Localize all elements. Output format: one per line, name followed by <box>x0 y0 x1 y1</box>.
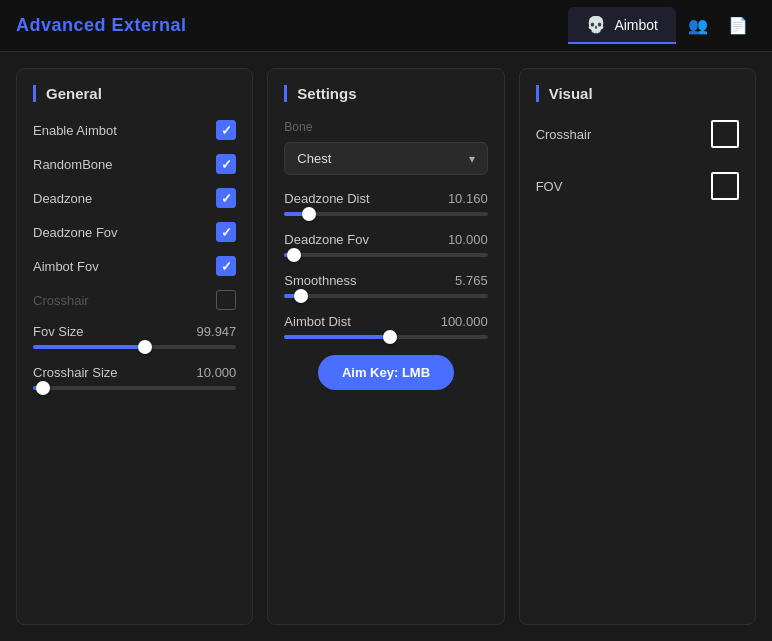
crosshair-size-value: 10.000 <box>197 365 237 380</box>
players-icon: 👥 <box>688 16 708 35</box>
aimbot-dist-thumb[interactable] <box>383 330 397 344</box>
fov-size-slider-row: Fov Size 99.947 <box>33 324 236 349</box>
general-panel: General Enable Aimbot RandomBone Deadzon… <box>16 68 253 625</box>
topbar: Advanced External 💀 Aimbot 👥 📄 <box>0 0 772 52</box>
aimbot-dist-label: Aimbot Dist <box>284 314 350 329</box>
aimbot-fov-checkbox[interactable] <box>216 256 236 276</box>
aimbot-dist-slider-row: Aimbot Dist 100.000 <box>284 314 487 339</box>
visual-crosshair-row: Crosshair <box>536 120 739 148</box>
aim-key-button[interactable]: Aim Key: LMB <box>318 355 454 390</box>
smoothness-thumb[interactable] <box>294 289 308 303</box>
crosshair-size-thumb[interactable] <box>36 381 50 395</box>
random-bone-label: RandomBone <box>33 157 113 172</box>
smoothness-slider-row: Smoothness 5.765 <box>284 273 487 298</box>
deadzone-dist-slider-row: Deadzone Dist 10.160 <box>284 191 487 216</box>
deadzone-dist-track[interactable] <box>284 212 487 216</box>
tab-aimbot[interactable]: 💀 Aimbot <box>568 7 676 44</box>
enable-aimbot-label: Enable Aimbot <box>33 123 117 138</box>
deadzone-fov-slider-row: Deadzone Fov 10.000 <box>284 232 487 257</box>
bone-dropdown[interactable]: Chest ▾ <box>284 142 487 175</box>
enable-aimbot-checkbox[interactable] <box>216 120 236 140</box>
aimbot-dist-fill <box>284 335 390 339</box>
deadzone-fov-track[interactable] <box>284 253 487 257</box>
aimbot-icon: 💀 <box>586 15 606 34</box>
deadzone-dist-label: Deadzone Dist <box>284 191 369 206</box>
app-title: Advanced External <box>16 15 187 36</box>
chevron-down-icon: ▾ <box>469 152 475 166</box>
visual-title: Visual <box>536 85 739 102</box>
visual-crosshair-label: Crosshair <box>536 127 592 142</box>
random-bone-row: RandomBone <box>33 154 236 174</box>
aimbot-fov-label: Aimbot Fov <box>33 259 99 274</box>
deadzone-fov-checkbox[interactable] <box>216 222 236 242</box>
settings-title: Settings <box>284 85 487 102</box>
tab-players[interactable]: 👥 <box>680 8 716 44</box>
bone-dropdown-value: Chest <box>297 151 331 166</box>
crosshair-checkbox[interactable] <box>216 290 236 310</box>
settings-panel: Settings Bone Chest ▾ Deadzone Dist 10.1… <box>267 68 504 625</box>
deadzone-dist-value: 10.160 <box>448 191 488 206</box>
visual-fov-row: FOV <box>536 172 739 200</box>
deadzone-fov-thumb[interactable] <box>287 248 301 262</box>
fov-size-track[interactable] <box>33 345 236 349</box>
crosshair-size-track[interactable] <box>33 386 236 390</box>
crosshair-size-slider-row: Crosshair Size 10.000 <box>33 365 236 390</box>
visual-crosshair-checkbox[interactable] <box>711 120 739 148</box>
aimbot-dist-value: 100.000 <box>441 314 488 329</box>
deadzone-checkbox[interactable] <box>216 188 236 208</box>
aimbot-fov-row: Aimbot Fov <box>33 256 236 276</box>
smoothness-value: 5.765 <box>455 273 488 288</box>
random-bone-checkbox[interactable] <box>216 154 236 174</box>
tab-extra[interactable]: 📄 <box>720 8 756 44</box>
bone-section-label: Bone <box>284 120 487 134</box>
main-content: General Enable Aimbot RandomBone Deadzon… <box>0 52 772 641</box>
enable-aimbot-row: Enable Aimbot <box>33 120 236 140</box>
visual-panel: Visual Crosshair FOV <box>519 68 756 625</box>
deadzone-fov-settings-label: Deadzone Fov <box>284 232 369 247</box>
deadzone-dist-thumb[interactable] <box>302 207 316 221</box>
deadzone-fov-settings-value: 10.000 <box>448 232 488 247</box>
visual-fov-label: FOV <box>536 179 563 194</box>
fov-size-thumb[interactable] <box>138 340 152 354</box>
deadzone-fov-label: Deadzone Fov <box>33 225 118 240</box>
crosshair-row: Crosshair <box>33 290 236 310</box>
visual-fov-checkbox[interactable] <box>711 172 739 200</box>
smoothness-label: Smoothness <box>284 273 356 288</box>
deadzone-row: Deadzone <box>33 188 236 208</box>
fov-size-value: 99.947 <box>197 324 237 339</box>
aimbot-dist-track[interactable] <box>284 335 487 339</box>
fov-size-label: Fov Size <box>33 324 84 339</box>
crosshair-size-label: Crosshair Size <box>33 365 118 380</box>
general-title: General <box>33 85 236 102</box>
extra-icon: 📄 <box>728 16 748 35</box>
fov-size-fill <box>33 345 145 349</box>
crosshair-label: Crosshair <box>33 293 89 308</box>
tab-aimbot-label: Aimbot <box>614 17 658 33</box>
smoothness-track[interactable] <box>284 294 487 298</box>
tabs: 💀 Aimbot 👥 📄 <box>568 7 756 44</box>
deadzone-fov-row: Deadzone Fov <box>33 222 236 242</box>
deadzone-label: Deadzone <box>33 191 92 206</box>
